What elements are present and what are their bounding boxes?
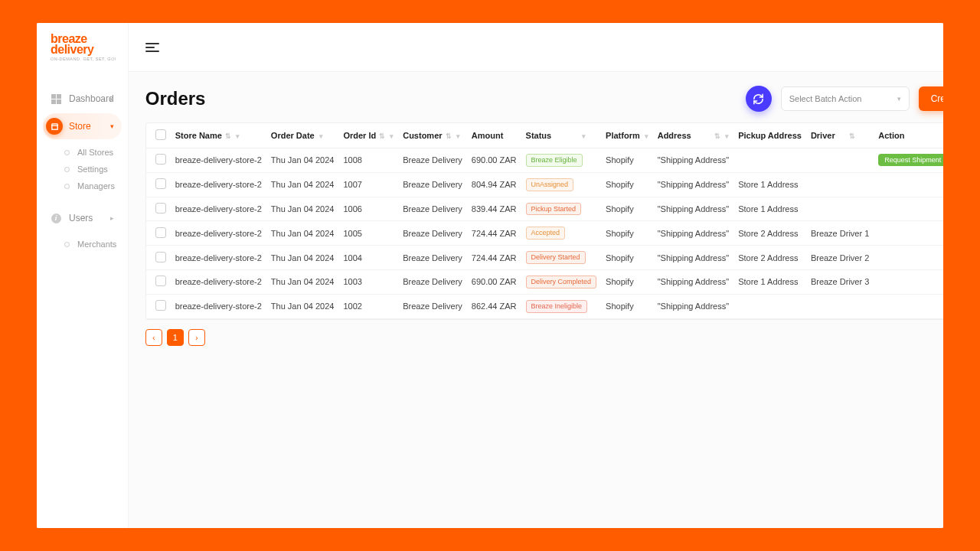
cell-date: Thu Jan 04 2024	[266, 197, 339, 221]
cell-store: breaze-delivery-store-2	[171, 197, 266, 221]
topbar: bd	[129, 23, 943, 72]
col-status[interactable]: Status▾	[521, 123, 602, 148]
sidebar: breaze delivery ON-DEMAND. GET, SET, GO!…	[37, 23, 129, 528]
table-row: breaze-delivery-store-2Thu Jan 04 202410…	[146, 221, 943, 246]
cell-date: Thu Jan 04 2024	[266, 148, 339, 173]
row-checkbox[interactable]	[155, 154, 166, 165]
content-header: Orders Select Batch Action ▾ Create Orde…	[145, 86, 943, 112]
table-row: breaze-delivery-store-2Thu Jan 04 202410…	[146, 269, 943, 294]
refresh-icon	[753, 93, 764, 105]
cell-action	[874, 269, 943, 294]
cell-driver	[806, 294, 874, 318]
cell-driver	[806, 148, 874, 173]
cell-status: Breaze Eligible	[521, 148, 602, 173]
menu-toggle-icon[interactable]	[145, 43, 159, 52]
chevron-right-icon: ▸	[110, 95, 114, 103]
nav-merchants[interactable]: Merchants	[64, 236, 122, 253]
cell-orderid: 1005	[338, 221, 398, 246]
row-checkbox[interactable]	[155, 300, 166, 311]
filter-icon: ▾	[236, 132, 240, 140]
cell-orderid: 1004	[338, 246, 398, 270]
cell-customer: Breaze Delivery	[398, 148, 467, 173]
cell-driver	[806, 172, 874, 197]
cell-store: breaze-delivery-store-2	[171, 246, 266, 270]
cell-date: Thu Jan 04 2024	[266, 172, 339, 197]
cell-action	[874, 197, 943, 221]
cell-status: Pickup Started	[521, 197, 602, 221]
cell-amount: 862.44 ZAR	[467, 294, 521, 318]
brand-tagline: ON-DEMAND. GET, SET, GO!	[51, 57, 116, 61]
cell-orderid: 1003	[338, 269, 398, 294]
cell-status: Breaze Ineligible	[521, 294, 602, 318]
col-address[interactable]: Address⇅▾	[653, 123, 733, 148]
col-customer[interactable]: Customer⇅▾	[398, 123, 467, 148]
col-date[interactable]: Order Date▾	[266, 123, 339, 148]
status-badge: Breaze Eligible	[526, 154, 583, 167]
chevron-down-icon: ▾	[897, 95, 901, 103]
cell-action	[874, 172, 943, 197]
nav-managers[interactable]: Managers	[64, 178, 122, 194]
batch-action-select[interactable]: Select Batch Action ▾	[781, 86, 910, 111]
col-pickup[interactable]: Pickup Address	[733, 123, 806, 148]
cell-address: "Shipping Address"	[653, 172, 733, 197]
cell-customer: Breaze Delivery	[398, 172, 467, 197]
cell-platform: Shopify	[601, 246, 653, 270]
nav-users-label: Users	[69, 213, 93, 223]
select-all-checkbox[interactable]	[155, 129, 166, 140]
brand-line2: delivery	[51, 44, 116, 55]
nav-settings[interactable]: Settings	[64, 161, 122, 178]
svg-rect-0	[51, 126, 57, 129]
col-amount[interactable]: Amount	[467, 123, 521, 148]
nav-users[interactable]: i Users ▸	[43, 205, 122, 231]
store-icon	[46, 118, 63, 135]
cell-store: breaze-delivery-store-2	[171, 294, 266, 318]
row-checkbox[interactable]	[155, 276, 166, 286]
sort-icon: ⇅	[225, 132, 231, 140]
nav-dashboard-label: Dashboard	[69, 93, 114, 104]
col-store[interactable]: Store Name⇅▾	[171, 123, 266, 148]
page-prev-button[interactable]: ‹	[145, 329, 162, 346]
filter-icon: ▾	[725, 132, 729, 140]
page-next-button[interactable]: ›	[188, 329, 205, 346]
col-orderid[interactable]: Order Id⇅▾	[338, 123, 398, 148]
cell-action	[874, 246, 943, 270]
cell-amount: 724.44 ZAR	[467, 246, 521, 270]
refresh-button[interactable]	[746, 86, 772, 112]
chevron-down-icon: ▾	[110, 122, 114, 130]
cell-orderid: 1007	[338, 172, 398, 197]
cell-date: Thu Jan 04 2024	[266, 221, 339, 246]
nav-dashboard[interactable]: Dashboard ▸	[43, 86, 122, 112]
cell-customer: Breaze Delivery	[398, 269, 467, 294]
col-platform[interactable]: Platform▾	[601, 123, 653, 148]
status-badge: Delivery Started	[526, 251, 586, 264]
row-checkbox[interactable]	[155, 178, 166, 189]
status-badge: Breaze Ineligible	[526, 300, 588, 313]
request-shipment-button[interactable]: Request Shipment	[878, 154, 943, 166]
cell-driver: Breaze Driver 1	[806, 221, 874, 246]
cell-amount: 690.00 ZAR	[467, 269, 521, 294]
pagination: ‹ 1 ›	[145, 329, 943, 346]
status-badge: Delivery Completed	[526, 276, 597, 289]
cell-status: Accepted	[521, 221, 602, 246]
sort-icon: ⇅	[849, 132, 855, 140]
nav-all-stores[interactable]: All Stores	[64, 144, 122, 161]
cell-date: Thu Jan 04 2024	[266, 269, 339, 294]
cell-platform: Shopify	[601, 148, 653, 173]
cell-pickup: Store 1 Address	[733, 197, 806, 221]
header-actions: Select Batch Action ▾ Create Order	[746, 86, 943, 112]
row-checkbox[interactable]	[155, 203, 166, 214]
cell-driver	[806, 197, 874, 221]
col-driver[interactable]: Driver⇅	[806, 123, 874, 148]
cell-store: breaze-delivery-store-2	[171, 269, 266, 294]
cell-pickup: Store 2 Address	[733, 246, 806, 270]
cell-customer: Breaze Delivery	[398, 294, 467, 318]
cell-amount: 690.00 ZAR	[467, 148, 521, 173]
cell-status: UnAssigned	[521, 172, 602, 197]
create-order-button[interactable]: Create Order	[919, 86, 943, 111]
row-checkbox[interactable]	[155, 227, 166, 238]
table-header-row: Store Name⇅▾ Order Date▾ Order Id⇅▾ Cust…	[146, 123, 943, 148]
filter-icon: ▾	[582, 132, 586, 140]
page-1-button[interactable]: 1	[167, 329, 184, 346]
row-checkbox[interactable]	[155, 252, 166, 262]
nav-store[interactable]: Store ▾	[43, 113, 122, 139]
